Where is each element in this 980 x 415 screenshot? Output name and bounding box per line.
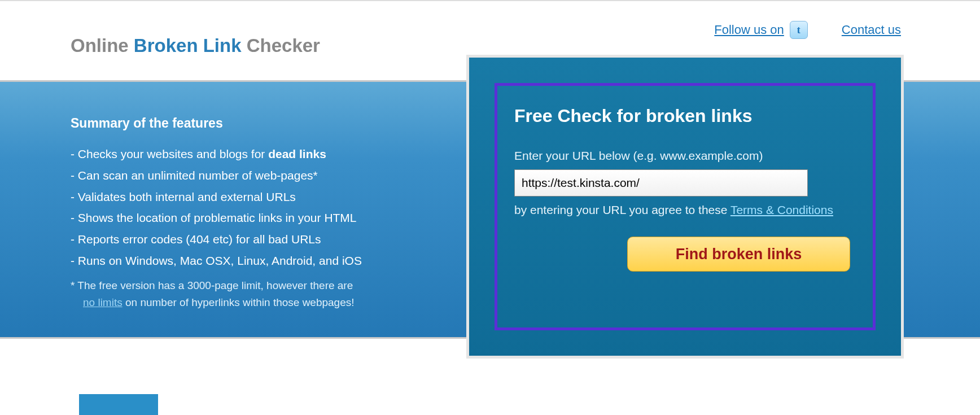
features-footnote: * The free version has a 3000-page limit… [71,277,421,312]
features-list: - Checks your websites and blogs for dea… [71,143,421,272]
checker-form-inner: Free Check for broken links Enter your U… [495,83,876,330]
terms-line: by entering your URL you agree to these … [514,203,856,217]
follow-us-link[interactable]: Follow us on [714,23,784,37]
logo-text-3: Checker [242,35,320,56]
partial-element [79,394,158,415]
site-logo: Online Broken Link Checker [71,35,320,56]
feature-item: - Checks your websites and blogs for dea… [71,143,421,165]
features-title: Summary of the features [71,116,421,131]
feature-item: - Runs on Windows, Mac OSX, Linux, Andro… [71,250,421,272]
logo-text-2: Broken Link [134,35,242,56]
feature-item: - Can scan an unlimited number of web-pa… [71,165,421,186]
feature-item: - Reports error codes (404 etc) for all … [71,229,421,250]
features-block: Summary of the features - Checks your we… [71,116,421,312]
terms-link[interactable]: Terms & Conditions [730,203,833,216]
top-links: Follow us on t Contact us [714,21,901,39]
twitter-icon[interactable]: t [790,21,808,39]
feature-item: - Validates both internal and external U… [71,186,421,208]
contact-us-link[interactable]: Contact us [842,23,901,37]
checker-form-panel: Free Check for broken links Enter your U… [466,55,904,359]
feature-item: - Shows the location of problematic link… [71,207,421,229]
find-broken-links-button[interactable]: Find broken links [627,237,850,272]
no-limits-link[interactable]: no limits [83,296,123,308]
url-input[interactable] [514,169,808,196]
form-title: Free Check for broken links [514,106,856,126]
url-label: Enter your URL below (e.g. www.example.c… [514,149,856,163]
logo-text-1: Online [71,35,134,56]
